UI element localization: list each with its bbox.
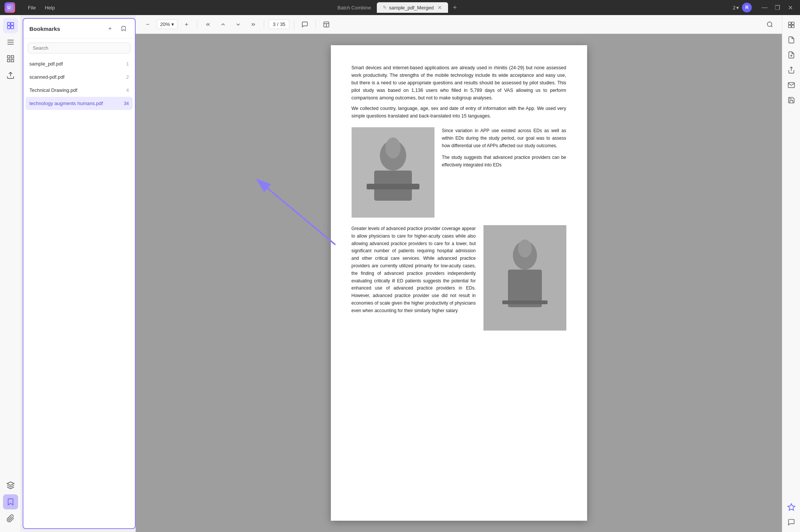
svg-rect-34 bbox=[788, 25, 791, 28]
svg-rect-12 bbox=[11, 59, 13, 62]
current-page[interactable]: 3 bbox=[273, 21, 275, 27]
close-button[interactable]: ✕ bbox=[785, 2, 795, 13]
svg-line-21 bbox=[268, 188, 335, 245]
zoom-level-display[interactable]: 20% ▾ bbox=[157, 20, 177, 29]
pdf-page: Smart devices and internet-based applica… bbox=[331, 45, 587, 521]
annotation-arrow bbox=[249, 177, 343, 252]
user-avatar[interactable]: R bbox=[742, 3, 752, 12]
nav-first-button[interactable] bbox=[202, 18, 214, 30]
pdf-right-col-text: Since variation in APP use existed acros… bbox=[442, 127, 566, 218]
right-save-btn[interactable] bbox=[785, 93, 798, 107]
zoom-out-button[interactable]: − bbox=[142, 18, 154, 30]
tab-dirty-icon: ✎ bbox=[383, 5, 387, 10]
svg-rect-5 bbox=[11, 26, 13, 29]
sample-pdf-merged-tab[interactable]: ✎ sample_pdf_Merged ✕ bbox=[377, 2, 448, 13]
pdf-image-bottom bbox=[483, 225, 566, 331]
bookmarks-search-input[interactable] bbox=[28, 43, 130, 53]
toolbar-separator-1 bbox=[197, 20, 197, 29]
updf-logo-icon: U bbox=[5, 2, 15, 13]
right-comment-btn[interactable] bbox=[785, 515, 798, 529]
svg-rect-32 bbox=[788, 22, 791, 25]
right-extract-btn[interactable] bbox=[785, 48, 798, 62]
zoom-in-button[interactable]: + bbox=[180, 18, 193, 30]
layout-button[interactable] bbox=[320, 18, 332, 30]
svg-rect-4 bbox=[7, 26, 10, 29]
pdf-viewport[interactable]: Smart devices and internet-based applica… bbox=[136, 34, 782, 532]
bookmarks-panel: Bookmarks + sample_pdf.pdf 1 scanned-pdf… bbox=[23, 18, 136, 529]
right-doc-btn[interactable] bbox=[785, 33, 798, 47]
titlebar-menu: File Help bbox=[24, 3, 59, 12]
pdf-left-col-text: Greater levels of advanced practice prov… bbox=[352, 225, 476, 331]
main-layout: Bookmarks + sample_pdf.pdf 1 scanned-pdf… bbox=[0, 15, 800, 532]
add-tab-button[interactable]: + bbox=[450, 2, 460, 13]
center-content: − 20% ▾ + bbox=[136, 15, 782, 532]
svg-text:U: U bbox=[8, 5, 11, 10]
bookmark-item-2[interactable]: Technical Drawing.pdf 4 bbox=[23, 84, 135, 97]
right-email-btn[interactable] bbox=[785, 78, 798, 92]
page-sep: / bbox=[277, 21, 278, 27]
bookmark-item-0[interactable]: sample_pdf.pdf 1 bbox=[23, 57, 135, 70]
window-controls: — ❒ ✕ bbox=[759, 2, 795, 13]
window-count[interactable]: 2 ▾ bbox=[733, 5, 739, 11]
svg-rect-2 bbox=[7, 23, 10, 25]
minimize-button[interactable]: — bbox=[759, 2, 770, 13]
sidebar-item-paperclip[interactable] bbox=[3, 511, 18, 526]
pdf-paragraph-1: Smart devices and internet-based applica… bbox=[352, 64, 566, 120]
sidebar-item-thumbnail[interactable] bbox=[3, 18, 18, 33]
titlebar-tabs: Batch Combine ✎ sample_pdf_Merged ✕ + bbox=[62, 2, 730, 13]
right-thumbnail-btn[interactable] bbox=[785, 18, 798, 32]
svg-marker-14 bbox=[7, 482, 14, 485]
svg-rect-9 bbox=[7, 56, 9, 58]
sidebar-item-outline[interactable] bbox=[3, 35, 18, 50]
svg-rect-3 bbox=[11, 23, 13, 25]
toolbar-separator-3 bbox=[294, 20, 294, 29]
person-image-1 bbox=[352, 127, 434, 218]
search-button[interactable] bbox=[764, 18, 776, 30]
pdf-image-top bbox=[352, 127, 434, 218]
right-sidebar bbox=[782, 15, 800, 532]
bookmarks-header-actions: + bbox=[105, 23, 129, 34]
sidebar-item-bookmarks[interactable] bbox=[3, 494, 18, 509]
svg-point-31 bbox=[518, 239, 532, 258]
svg-rect-10 bbox=[11, 56, 13, 58]
bookmark-item-3[interactable]: technology augments humans.pdf 34 bbox=[26, 97, 133, 110]
sidebar-bottom bbox=[3, 478, 18, 529]
svg-rect-30 bbox=[502, 300, 548, 304]
comment-button[interactable] bbox=[299, 18, 311, 30]
pdf-two-col-section-2: Greater levels of advanced practice prov… bbox=[352, 225, 566, 331]
app-logo: U bbox=[5, 2, 15, 13]
right-share-btn[interactable] bbox=[785, 63, 798, 77]
right-ai-btn[interactable] bbox=[785, 500, 798, 514]
file-menu[interactable]: File bbox=[24, 3, 40, 12]
tab-close-button[interactable]: ✕ bbox=[437, 5, 442, 11]
bookmark-icon-button[interactable] bbox=[118, 23, 129, 34]
person-image-2 bbox=[483, 225, 566, 331]
main-toolbar: − 20% ▾ + bbox=[136, 15, 782, 34]
tab-name: sample_pdf_Merged bbox=[389, 5, 434, 11]
sidebar-item-attachment[interactable] bbox=[3, 68, 18, 83]
svg-point-26 bbox=[385, 137, 401, 159]
help-menu[interactable]: Help bbox=[41, 3, 59, 12]
svg-line-19 bbox=[771, 26, 772, 27]
titlebar: U File Help Batch Combine ✎ sample_pdf_M… bbox=[0, 0, 800, 15]
sidebar-item-layers[interactable] bbox=[3, 478, 18, 493]
toolbar-separator-2 bbox=[264, 20, 264, 29]
sidebar-item-grid[interactable] bbox=[3, 51, 18, 66]
nav-prev-button[interactable] bbox=[217, 18, 229, 30]
svg-rect-11 bbox=[7, 59, 9, 62]
maximize-button[interactable]: ❒ bbox=[772, 2, 783, 13]
nav-last-button[interactable] bbox=[247, 18, 259, 30]
total-pages: 35 bbox=[280, 21, 285, 27]
left-sidebar bbox=[0, 15, 21, 532]
svg-point-18 bbox=[767, 22, 772, 26]
nav-next-button[interactable] bbox=[232, 18, 244, 30]
pdf-two-col-section: Since variation in APP use existed acros… bbox=[352, 127, 566, 218]
bookmark-item-1[interactable]: scanned-pdf.pdf 2 bbox=[23, 70, 135, 84]
batch-combine-tab[interactable]: Batch Combine bbox=[332, 3, 377, 13]
bookmarks-list: sample_pdf.pdf 1 scanned-pdf.pdf 2 Techn… bbox=[23, 57, 135, 528]
svg-rect-35 bbox=[791, 25, 794, 28]
svg-rect-25 bbox=[367, 184, 419, 189]
bookmarks-header: Bookmarks + bbox=[23, 19, 135, 39]
add-bookmark-button[interactable]: + bbox=[105, 23, 115, 34]
page-display: 3 / 35 bbox=[269, 20, 289, 29]
